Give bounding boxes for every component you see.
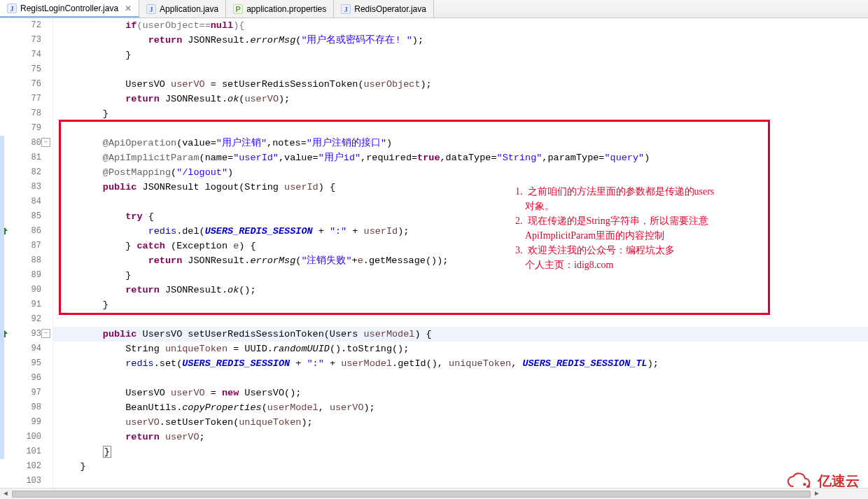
code-line[interactable]: return JSONResult.errorMsg("注销失败"+e.getM… bbox=[53, 253, 868, 268]
java-file-icon: J bbox=[146, 4, 156, 14]
annotation-notes: 1. 之前咱们的方法里面的参数都是传递的users 对象。 2. 现在传递的是S… bbox=[515, 184, 714, 272]
watermark-text: 亿速云 bbox=[818, 472, 860, 491]
tab-label: application.properties bbox=[246, 4, 326, 14]
editor-tab-bar: JRegistLoginController.java✕JApplication… bbox=[0, 0, 868, 18]
code-line[interactable] bbox=[53, 474, 868, 489]
code-line[interactable]: try { bbox=[53, 209, 868, 224]
close-tab-icon[interactable]: ✕ bbox=[122, 3, 132, 13]
svg-point-1 bbox=[807, 484, 810, 487]
line-number: 86 bbox=[10, 224, 50, 239]
tab-label: RegistLoginController.java bbox=[20, 3, 118, 13]
code-line[interactable]: return JSONResult.errorMsg("用户名或密码不存在! "… bbox=[53, 33, 868, 48]
line-number: 91 bbox=[10, 297, 50, 312]
code-line[interactable]: @PostMapping("/logout") bbox=[53, 165, 868, 180]
scroll-left-arrow[interactable]: ◄ bbox=[0, 489, 11, 499]
watermark: 亿速云 bbox=[784, 472, 860, 491]
line-number: 100 bbox=[10, 430, 50, 444]
line-number: 78 bbox=[10, 106, 50, 121]
line-number: 83 bbox=[10, 180, 50, 195]
code-line[interactable]: userVO.setUserToken(uniqueToken); bbox=[53, 415, 868, 430]
watermark-cloud-icon bbox=[784, 472, 813, 491]
line-number: 94 bbox=[10, 342, 50, 356]
editor-tab[interactable]: JRegistLoginController.java✕ bbox=[0, 0, 139, 17]
line-number: 84 bbox=[10, 195, 50, 209]
line-number: 81 bbox=[10, 150, 50, 165]
code-line[interactable]: } bbox=[53, 268, 868, 283]
tab-label: Application.java bbox=[160, 4, 218, 14]
code-area[interactable]: if(userObject==null){ return JSONResult.… bbox=[53, 18, 868, 488]
line-number: 97 bbox=[10, 386, 50, 400]
code-line[interactable] bbox=[53, 312, 868, 327]
horizontal-scrollbar[interactable]: ◄ ► bbox=[0, 488, 868, 499]
editor-tab[interactable]: Papplication.properties bbox=[226, 0, 334, 17]
tab-label: RedisOperator.java bbox=[354, 4, 426, 14]
code-line[interactable]: } bbox=[53, 297, 868, 312]
code-line[interactable]: } catch (Exception e) { bbox=[53, 239, 868, 253]
code-line[interactable]: if(userObject==null){ bbox=[53, 18, 868, 33]
line-number: 74 bbox=[10, 48, 50, 62]
properties-file-icon: P bbox=[233, 4, 243, 14]
code-line[interactable]: } bbox=[53, 106, 868, 121]
fold-toggle-icon[interactable]: − bbox=[41, 329, 50, 338]
line-number-gutter: 727374757677787980−818283848586878889909… bbox=[10, 18, 53, 488]
code-line[interactable]: } bbox=[53, 459, 868, 474]
line-number: 93− bbox=[10, 327, 50, 342]
line-number: 92 bbox=[10, 312, 50, 327]
code-line[interactable] bbox=[53, 62, 868, 77]
code-line[interactable]: @ApiImplicitParam(name="userId",value="用… bbox=[53, 150, 868, 165]
code-line[interactable]: return JSONResult.ok(userVO); bbox=[53, 92, 868, 106]
code-line[interactable] bbox=[53, 195, 868, 209]
line-number: 79 bbox=[10, 121, 50, 136]
code-line[interactable] bbox=[53, 371, 868, 386]
code-line[interactable]: } bbox=[53, 48, 868, 62]
marker-bar bbox=[0, 18, 10, 488]
line-number: 82 bbox=[10, 165, 50, 180]
code-line[interactable]: redis.del(USERS_REDIS_SESSION + ":" + us… bbox=[53, 224, 868, 239]
line-number: 80− bbox=[10, 136, 50, 150]
line-number: 88 bbox=[10, 253, 50, 268]
line-number: 90 bbox=[10, 283, 50, 297]
line-number: 75 bbox=[10, 62, 50, 77]
line-number: 103 bbox=[10, 474, 50, 489]
line-number: 72 bbox=[10, 18, 50, 33]
line-number: 89 bbox=[10, 268, 50, 283]
code-line[interactable]: @ApiOperation(value="用户注销",notes="用户注销的接… bbox=[53, 136, 868, 150]
code-line[interactable]: String uniqueToken = UUID.randomUUID().t… bbox=[53, 342, 868, 356]
java-file-icon: J bbox=[7, 3, 17, 13]
change-marker bbox=[0, 136, 4, 459]
code-line[interactable]: UsersVO userVO = setUserRedisSessionToke… bbox=[53, 77, 868, 92]
line-number: 102 bbox=[10, 459, 50, 474]
line-number: 99 bbox=[10, 415, 50, 430]
code-line[interactable]: BeanUtils.copyProperties(userModel, user… bbox=[53, 400, 868, 415]
line-number: 77 bbox=[10, 92, 50, 106]
code-line[interactable]: public UsersVO setUserRedisSessionToken(… bbox=[53, 327, 868, 342]
line-number: 85 bbox=[10, 209, 50, 224]
line-number: 95 bbox=[10, 356, 50, 371]
fold-toggle-icon[interactable]: − bbox=[41, 138, 50, 147]
svg-point-0 bbox=[803, 483, 806, 486]
line-number: 73 bbox=[10, 33, 50, 48]
line-number: 98 bbox=[10, 400, 50, 415]
code-line[interactable] bbox=[53, 121, 868, 136]
code-line[interactable]: redis.set(USERS_REDIS_SESSION + ":" + us… bbox=[53, 356, 868, 371]
java-file-icon: J bbox=[341, 4, 351, 14]
line-number: 76 bbox=[10, 77, 50, 92]
line-number: 96 bbox=[10, 371, 50, 386]
code-line[interactable]: } bbox=[53, 444, 868, 459]
code-line[interactable]: return JSONResult.ok(); bbox=[53, 283, 868, 297]
line-number: 87 bbox=[10, 239, 50, 253]
editor: 727374757677787980−818283848586878889909… bbox=[0, 18, 868, 488]
code-line[interactable]: public JSONResult logout(String userId) … bbox=[53, 180, 868, 195]
line-number: 101 bbox=[10, 444, 50, 459]
code-line[interactable]: UsersVO userVO = new UsersVO(); bbox=[53, 386, 868, 400]
scroll-thumb[interactable] bbox=[12, 491, 811, 498]
editor-tab[interactable]: JRedisOperator.java bbox=[334, 0, 434, 17]
editor-tab[interactable]: JApplication.java bbox=[139, 0, 226, 17]
code-line[interactable]: return userVO; bbox=[53, 430, 868, 444]
